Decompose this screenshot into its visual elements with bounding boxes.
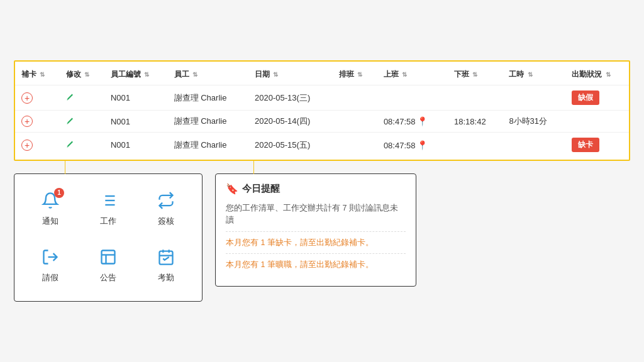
attendance-status	[565, 111, 629, 133]
work-hours	[502, 85, 565, 111]
reminder-item-1: 本月您有 1 筆缺卡，請至出勤紀錄補卡。	[226, 237, 406, 255]
col-header-clockout: 下班 ⇅	[448, 64, 502, 85]
menu-grid: 1通知工作簽核請假公告考勤	[25, 184, 192, 291]
door-icon	[42, 248, 59, 268]
menu-item-label-leave: 請假	[42, 272, 58, 283]
reminder-item-2: 本月您有 1 筆曠職，請至出勤紀錄補卡。	[226, 259, 406, 276]
transfer-icon	[157, 192, 175, 212]
shift	[333, 111, 377, 133]
add-button[interactable]: +	[21, 92, 33, 104]
shift	[333, 85, 377, 111]
table-row: +N001謝查理 Charlie2020-05-15(五)08:47:58📍缺卡	[15, 133, 629, 158]
menu-item-notice[interactable]: 公告	[82, 241, 134, 291]
add-button[interactable]: +	[21, 140, 33, 151]
work-hours	[502, 133, 565, 158]
edit-button[interactable]	[66, 116, 75, 127]
menu-item-notify[interactable]: 1通知	[25, 184, 76, 234]
clock-in: 08:47:58📍	[377, 133, 448, 158]
reminder-items: 您的工作清單、工作交辦共計有 7 則討論訊息未讀本月您有 1 筆缺卡，請至出勤紀…	[226, 202, 406, 276]
board-icon	[99, 248, 117, 268]
col-header-edit: 修改 ⇅	[60, 64, 104, 85]
reminder-panel: 🔖 今日提醒 您的工作清單、工作交辦共計有 7 則討論訊息未讀本月您有 1 筆缺…	[215, 173, 416, 287]
calendar-icon	[157, 248, 175, 268]
menu-item-label-work: 工作	[100, 216, 116, 227]
menu-item-label-notify: 通知	[42, 216, 58, 227]
col-header-shift: 排班 ⇅	[333, 64, 377, 85]
quick-menu-panel: 1通知工作簽核請假公告考勤	[14, 173, 203, 302]
emp-name: 謝查理 Charlie	[168, 85, 248, 111]
attendance-status: 缺卡	[565, 133, 629, 158]
date: 2020-05-14(四)	[248, 111, 333, 133]
notification-badge: 1	[54, 188, 64, 198]
add-button[interactable]: +	[21, 116, 33, 127]
bell-icon: 1	[42, 192, 59, 212]
col-header-date: 日期 ⇅	[248, 64, 333, 85]
reminder-title-text: 今日提醒	[242, 183, 280, 195]
reminder-title: 🔖 今日提醒	[226, 183, 406, 195]
emp-no: N001	[104, 133, 168, 158]
col-header-empno: 員工編號 ⇅	[104, 64, 168, 85]
reminder-item-0: 您的工作清單、工作交辦共計有 7 則討論訊息未讀	[226, 202, 406, 232]
status-badge: 缺卡	[572, 138, 599, 152]
menu-item-leave[interactable]: 請假	[25, 241, 76, 291]
svg-rect-7	[102, 251, 115, 264]
status-badge: 缺假	[572, 90, 599, 105]
attendance-table: 補卡 ⇅ 修改 ⇅ 員工編號 ⇅ 員工 ⇅ 日期 ⇅ 排班 ⇅ 上班 ⇅ 下班 …	[15, 64, 629, 157]
attendance-status: 缺假	[565, 85, 629, 111]
col-header-clockin: 上班 ⇅	[377, 64, 448, 85]
col-header-add: 補卡 ⇅	[15, 64, 60, 85]
menu-item-attendance[interactable]: 考勤	[140, 241, 192, 291]
clock-out: 18:18:42	[448, 111, 502, 133]
table-row: +N001謝查理 Charlie2020-05-14(四)08:47:58📍18…	[15, 111, 629, 133]
emp-no: N001	[104, 111, 168, 133]
shift	[333, 133, 377, 158]
menu-item-sign[interactable]: 簽核	[140, 184, 192, 234]
date: 2020-05-15(五)	[248, 133, 333, 158]
menu-item-work[interactable]: 工作	[82, 184, 134, 234]
clock-out	[448, 85, 502, 111]
edit-button[interactable]	[66, 140, 75, 150]
col-header-status: 出勤狀況 ⇅	[565, 64, 629, 85]
edit-button[interactable]	[66, 92, 75, 103]
menu-item-label-attendance: 考勤	[158, 272, 174, 283]
svg-rect-10	[160, 251, 173, 265]
clock-in: 08:47:58📍	[377, 111, 448, 133]
main-container: 補卡 ⇅ 修改 ⇅ 員工編號 ⇅ 員工 ⇅ 日期 ⇅ 排班 ⇅ 上班 ⇅ 下班 …	[14, 60, 630, 302]
col-header-hours: 工時 ⇅	[502, 64, 565, 85]
clock-out	[448, 133, 502, 158]
emp-name: 謝查理 Charlie	[168, 111, 248, 133]
bookmark-icon: 🔖	[226, 183, 238, 195]
menu-item-label-sign: 簽核	[158, 216, 174, 227]
date: 2020-05-13(三)	[248, 85, 333, 111]
list-icon	[99, 192, 117, 212]
table-row: +N001謝查理 Charlie2020-05-13(三)缺假	[15, 85, 629, 111]
work-hours: 8小時31分	[502, 111, 565, 133]
col-header-emp: 員工 ⇅	[168, 64, 248, 85]
attendance-table-section: 補卡 ⇅ 修改 ⇅ 員工編號 ⇅ 員工 ⇅ 日期 ⇅ 排班 ⇅ 上班 ⇅ 下班 …	[14, 60, 630, 161]
bottom-row: 1通知工作簽核請假公告考勤 🔖 今日提醒 您的工作清單、工作交辦共計有 7 則討…	[14, 173, 630, 302]
clock-in	[377, 85, 448, 111]
emp-name: 謝查理 Charlie	[168, 133, 248, 158]
menu-item-label-notice: 公告	[100, 272, 116, 283]
emp-no: N001	[104, 85, 168, 111]
